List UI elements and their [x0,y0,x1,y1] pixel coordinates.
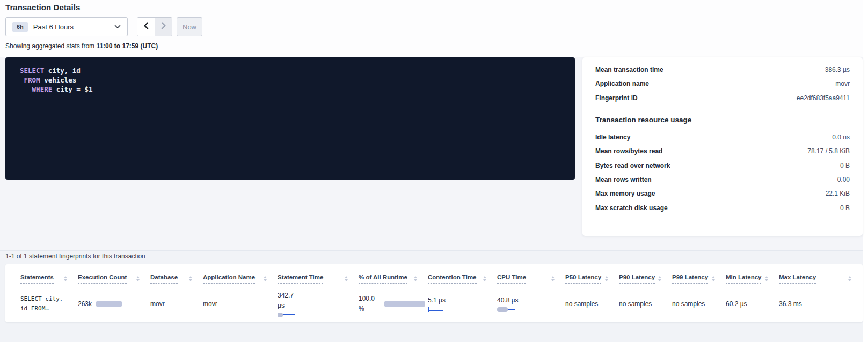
chevron-right-icon [161,22,166,32]
column-label: Min Latency [726,274,761,284]
summary-row-mean-transaction-time: Mean transaction time 386.3 µs [595,63,850,77]
sort-icon[interactable] [189,276,192,281]
summary-row-bytes-read-over-network: Bytes read over network 0 B [595,158,850,172]
summary-value: 0 B [840,162,850,169]
column-label: P99 Latency [672,274,708,284]
column-label: Statements [20,274,54,284]
resource-usage-title: Transaction resource usage [595,116,850,124]
summary-value: 78.17 / 5.8 KiB [807,147,850,155]
sql-text [20,85,32,93]
sort-icon[interactable] [765,276,768,281]
statement-fingerprint-link[interactable]: SELECT city,id FROM… [20,294,78,314]
column-header-cpu-time[interactable]: CPU Time [497,274,565,284]
contention-time-cell: 5.1 µs [428,295,497,312]
sql-text: city = $1 [52,85,92,93]
column-header-p90-latency[interactable]: P90 Latency [619,274,672,284]
sql-text: vehicles [40,76,77,84]
summary-row-max-scratch-disk-usage: Max scratch disk usage 0 B [595,200,850,214]
page-title: Transaction Details [5,3,80,12]
sort-icon[interactable] [712,276,715,281]
contention-time-value: 5.1 µs [428,295,497,306]
summary-row-idle-latency: Idle latency 0.0 ns [595,130,850,144]
now-button[interactable]: Now [177,17,202,36]
aggregated-stats-range: 11:00 to 17:59 (UTC) [96,42,158,50]
summary-label: Idle latency [595,133,630,141]
sql-statement-text: SELECT city, id FROM vehicles WHERE city… [20,66,564,94]
p90-latency-value: no samples [619,300,652,308]
transaction-details-page: Transaction Details 6h Past 6 Hours Now … [0,0,868,342]
sql-text [20,76,24,84]
statements-table-card: Statements Execution Count Database Appl… [5,264,863,322]
sort-icon[interactable] [483,276,486,281]
statement-fingerprints-count: 1-1 of 1 statement fingerprints for this… [5,252,145,260]
column-header-contention-time[interactable]: Contention Time [428,274,497,284]
sort-icon[interactable] [136,276,140,281]
summary-value: movr [835,80,850,87]
column-header-execution-count[interactable]: Execution Count [78,274,150,284]
application-name-value: movr [203,300,217,308]
summary-value: 0.0 ns [832,133,850,141]
sort-icon[interactable] [64,276,67,281]
column-label: Statement Time [278,274,323,284]
scrollbar-gutter[interactable] [863,0,868,342]
summary-label: Max memory usage [595,190,655,197]
sort-icon[interactable] [264,276,267,281]
summary-value: ee2df683f5aa9411 [797,94,850,102]
summary-row-mean-rows-bytes-read: Mean rows/bytes read 78.17 / 5.8 KiB [595,144,850,158]
column-header-database[interactable]: Database [150,274,203,284]
statement-time-bar [278,313,296,317]
column-header-application-name[interactable]: Application Name [203,274,278,284]
column-header-min-latency[interactable]: Min Latency [726,274,779,284]
column-header-statements[interactable]: Statements [20,274,78,284]
column-label: Max Latency [779,274,816,284]
cpu-time-bar [497,307,516,312]
execution-count-cell: 263k [78,300,150,308]
aggregated-stats-text: Showing aggregated stats from 11:00 to 1… [5,42,158,50]
summary-label: Mean rows/bytes read [595,147,662,155]
next-time-button[interactable] [155,18,172,36]
statement-time-cell: 342.7 µs [278,291,359,317]
previous-time-button[interactable] [137,18,155,36]
summary-label: Application name [595,80,649,87]
column-label: CPU Time [497,274,526,284]
summary-value: 22.1 KiB [826,190,850,197]
column-header-p99-latency[interactable]: P99 Latency [672,274,726,284]
time-range-label: Past 6 Hours [33,23,74,31]
column-label: P50 Latency [565,274,601,284]
column-header-p50-latency[interactable]: P50 Latency [565,274,619,284]
summary-row-fingerprint-id: Fingerprint ID ee2df683f5aa9411 [595,91,850,105]
sort-icon[interactable] [414,276,417,281]
sql-statement-box: SELECT city, id FROM vehicles WHERE city… [5,57,575,180]
sort-icon[interactable] [605,276,608,281]
sort-icon[interactable] [658,276,661,281]
sort-icon[interactable] [848,276,851,281]
p50-latency-value: no samples [565,300,598,308]
time-range-select[interactable]: 6h Past 6 Hours [5,17,128,36]
statement-row[interactable]: SELECT city,id FROM… 263k movr movr 342.… [5,289,862,318]
column-label: % of All Runtime [359,274,407,284]
p99-latency-value: no samples [672,300,705,308]
execution-count-bar [96,301,122,307]
column-label: Execution Count [78,274,127,284]
summary-value: 0.00 [837,176,850,183]
column-header-max-latency[interactable]: Max Latency [779,274,862,284]
table-header-row: Statements Execution Count Database Appl… [5,264,862,289]
summary-value: 0 B [840,204,850,212]
summary-row-application-name: Application name movr [595,77,850,91]
contention-time-bar [428,307,444,312]
summary-row-mean-rows-written: Mean rows written 0.00 [595,173,850,187]
statement-text-line1: SELECT city, [20,295,63,302]
chevron-left-icon [143,22,149,32]
cpu-time-cell: 40.8 µs [497,295,565,312]
sort-icon[interactable] [551,276,555,281]
summary-label: Fingerprint ID [595,94,638,102]
pct-runtime-bar [384,301,425,307]
sql-keyword: FROM [24,76,40,84]
statement-time-value: 342.7 µs [278,291,302,311]
sql-keyword: SELECT [20,66,44,75]
time-toolbar: 6h Past 6 Hours Now [5,17,202,36]
sort-icon[interactable] [345,276,348,281]
summary-divider [595,110,850,110]
column-header-statement-time[interactable]: Statement Time [278,274,359,284]
column-header-pct-of-all-runtime[interactable]: % of All Runtime [359,274,428,284]
